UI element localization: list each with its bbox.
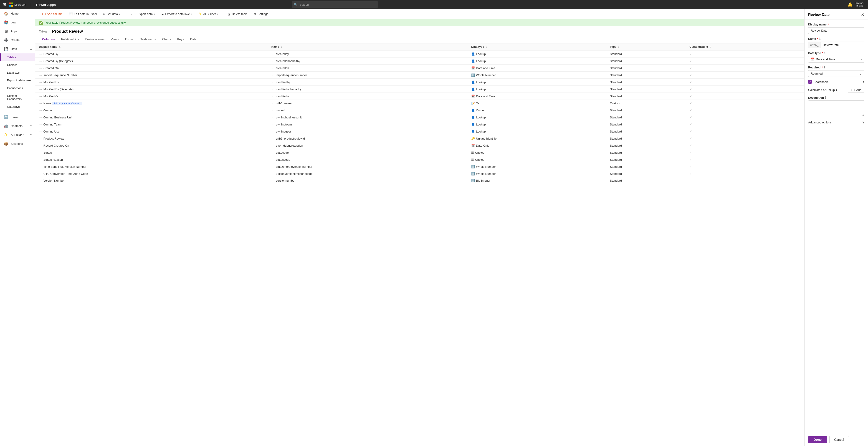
- row-dots-11[interactable]: ···: [39, 130, 42, 133]
- row-dots-10[interactable]: ···: [39, 123, 42, 126]
- cancel-button[interactable]: Cancel: [829, 436, 849, 443]
- name-info-icon[interactable]: ℹ: [819, 37, 820, 40]
- data-type-icon: 📅: [471, 95, 475, 98]
- row-dots-5[interactable]: ···: [39, 88, 42, 91]
- add-calc-button[interactable]: + + Add: [848, 87, 864, 93]
- row-dots-3[interactable]: ···: [39, 73, 42, 77]
- row-dots2-8[interactable]: ···: [272, 109, 275, 112]
- sidebar-item-custom-connectors[interactable]: Custom Connectors: [0, 92, 35, 103]
- sidebar-item-chatbots[interactable]: 🤖 Chatbots ∨: [0, 122, 35, 131]
- row-dots2-14[interactable]: ···: [272, 151, 275, 155]
- col-header-display-name[interactable]: Display name ↑↓: [35, 43, 268, 50]
- row-dots-17[interactable]: ···: [39, 172, 42, 175]
- edit-excel-button[interactable]: 📊 Edit data in Excel: [67, 11, 99, 17]
- sidebar-item-learn[interactable]: 📚 Learn: [0, 18, 35, 27]
- data-type-info-icon[interactable]: ℹ: [824, 52, 826, 55]
- row-dots-4[interactable]: ···: [39, 80, 42, 84]
- add-column-button[interactable]: + + Add column: [39, 11, 65, 17]
- row-dots2-16[interactable]: ···: [272, 165, 275, 168]
- delete-table-button[interactable]: 🗑 Delete table: [225, 11, 250, 17]
- row-dots2-13[interactable]: ···: [272, 144, 275, 147]
- sidebar-item-choices[interactable]: Choices: [0, 61, 35, 69]
- sidebar-item-tables[interactable]: Tables: [0, 54, 35, 61]
- sidebar-item-ai-builder[interactable]: ✨ AI Builder ∨: [0, 131, 35, 139]
- notification-icon[interactable]: 🔔: [847, 2, 852, 7]
- row-dots2-9[interactable]: ···: [272, 116, 275, 119]
- panel-close-button[interactable]: ✕: [861, 12, 864, 17]
- row-dots2-10[interactable]: ···: [272, 123, 275, 126]
- row-dots2-4[interactable]: ···: [272, 80, 275, 84]
- tab-business-rules[interactable]: Business rules: [82, 36, 108, 43]
- row-dots-8[interactable]: ···: [39, 109, 42, 112]
- description-info-icon[interactable]: ℹ: [825, 96, 826, 99]
- settings-button[interactable]: ⚙ Settings: [251, 11, 271, 17]
- sidebar-item-solutions[interactable]: 📦 Solutions: [0, 139, 35, 148]
- row-dots2-6[interactable]: ···: [272, 95, 275, 98]
- row-dots-2[interactable]: ···: [39, 66, 42, 70]
- row-dots2-18[interactable]: ···: [272, 179, 275, 182]
- sidebar-item-flows[interactable]: 🔄 Flows: [0, 113, 35, 122]
- row-dots-13[interactable]: ···: [39, 144, 42, 147]
- waffle-icon[interactable]: ⊞: [3, 2, 6, 7]
- calc-info-icon[interactable]: ℹ: [836, 88, 837, 92]
- export-data-button[interactable]: → → Export data ▾: [127, 11, 157, 17]
- row-dots-9[interactable]: ···: [39, 116, 42, 119]
- sidebar-item-apps[interactable]: ⊞ Apps: [0, 27, 35, 36]
- sidebar-item-create[interactable]: ➕ Create: [0, 36, 35, 44]
- display-name-input[interactable]: [808, 27, 864, 34]
- sidebar-item-connections[interactable]: Connections: [0, 84, 35, 92]
- row-dots2-2[interactable]: ···: [272, 66, 275, 70]
- ai-builder-button[interactable]: ✨ AI Builder ▾: [196, 11, 220, 17]
- sidebar-item-data[interactable]: 💾 Data ∧: [0, 44, 35, 54]
- searchable-checkbox[interactable]: ✓: [808, 80, 812, 84]
- col-header-type[interactable]: Type ↓: [606, 43, 686, 50]
- env-info: Environ... Matt R...: [855, 1, 865, 8]
- row-dots2-3[interactable]: ···: [272, 73, 275, 77]
- tab-views[interactable]: Views: [107, 36, 122, 43]
- row-dots2-15[interactable]: ···: [272, 158, 275, 161]
- row-dots2-5[interactable]: ···: [272, 88, 275, 91]
- search-input[interactable]: [300, 3, 376, 6]
- row-dots-18[interactable]: ···: [39, 179, 42, 182]
- tab-data[interactable]: Data: [187, 36, 199, 43]
- name-suffix-input[interactable]: [820, 42, 864, 48]
- sidebar-item-dataflows[interactable]: Dataflows: [0, 69, 35, 77]
- row-dots-14[interactable]: ···: [39, 151, 42, 155]
- tab-forms[interactable]: Forms: [122, 36, 137, 43]
- export-lake-button[interactable]: ☁ Export to data lake ▾: [159, 11, 194, 17]
- data-type-select[interactable]: 📅 Date and Time ▾: [808, 56, 864, 63]
- row-dots2-7[interactable]: ···: [272, 102, 275, 105]
- col-header-data-type[interactable]: Data type ↓: [468, 43, 606, 50]
- advanced-options-row[interactable]: Advanced options ∨: [808, 119, 864, 125]
- sidebar-item-home[interactable]: 🏠 Home: [0, 9, 35, 18]
- row-dots-16[interactable]: ···: [39, 165, 42, 168]
- row-dots-1[interactable]: ···: [39, 59, 42, 63]
- row-dots-12[interactable]: ···: [39, 137, 42, 140]
- col-header-name[interactable]: Name ↓: [268, 43, 468, 50]
- row-dots2-12[interactable]: ···: [272, 137, 275, 140]
- sidebar-item-export[interactable]: Export to data lake: [0, 77, 35, 84]
- tab-columns[interactable]: Columns: [39, 36, 58, 43]
- tab-relationships[interactable]: Relationships: [58, 36, 82, 43]
- searchable-info-icon[interactable]: ℹ: [863, 80, 864, 84]
- required-info-icon[interactable]: ℹ: [824, 66, 825, 69]
- row-dots2-0[interactable]: ···: [272, 52, 275, 56]
- search-bar[interactable]: 🔍: [292, 1, 378, 8]
- required-select[interactable]: Required Optional: [808, 70, 864, 77]
- tab-dashboards[interactable]: Dashboards: [137, 36, 159, 43]
- sidebar-item-gateways[interactable]: Gateways: [0, 103, 35, 111]
- get-data-button[interactable]: ⬇ Get data ▾: [100, 11, 122, 17]
- breadcrumb-tables-link[interactable]: Tables: [39, 30, 48, 33]
- tab-charts[interactable]: Charts: [159, 36, 174, 43]
- row-dots-6[interactable]: ···: [39, 95, 42, 98]
- tab-keys[interactable]: Keys: [174, 36, 187, 43]
- row-dots-15[interactable]: ···: [39, 158, 42, 161]
- col-header-customizable[interactable]: Customizable ↓: [686, 43, 804, 50]
- row-dots2-1[interactable]: ···: [272, 59, 275, 63]
- row-dots2-11[interactable]: ···: [272, 130, 275, 133]
- row-dots-7[interactable]: ···: [39, 102, 42, 105]
- row-dots2-17[interactable]: ···: [272, 172, 275, 175]
- row-dots-0[interactable]: ···: [39, 52, 42, 56]
- description-textarea[interactable]: [808, 100, 864, 116]
- done-button[interactable]: Done: [808, 436, 827, 443]
